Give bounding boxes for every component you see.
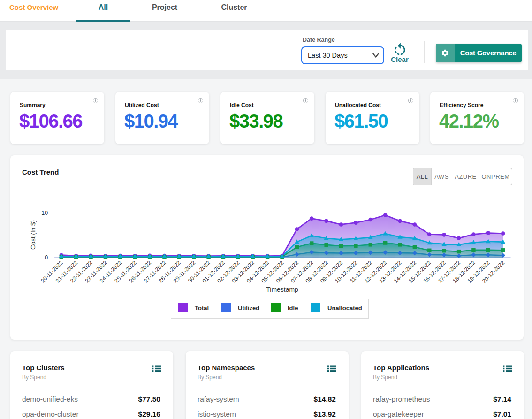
svg-text:Timestamp: Timestamp <box>266 286 298 293</box>
svg-text:10: 10 <box>41 210 48 216</box>
svg-text:Cost (In $): Cost (In $) <box>30 220 37 250</box>
svg-text:0: 0 <box>45 254 48 261</box>
